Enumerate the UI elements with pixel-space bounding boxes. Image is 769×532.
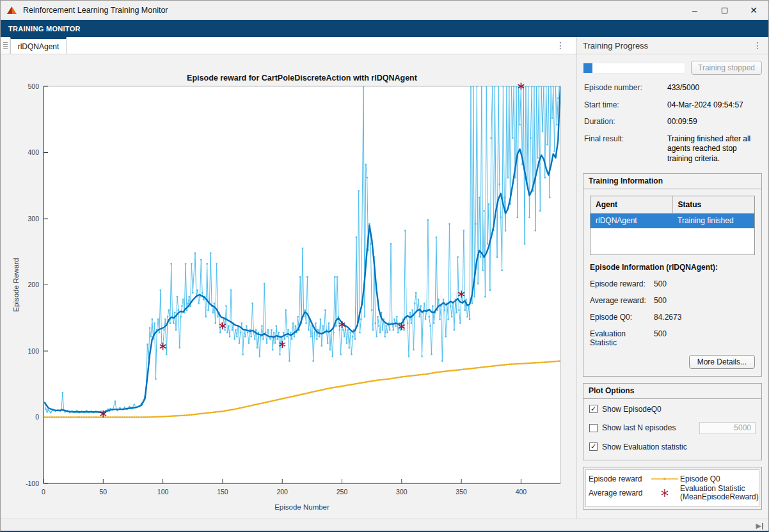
window-title: Reinforcement Learning Training Monitor [23, 6, 168, 15]
matlab-logo-icon [6, 6, 17, 15]
panel-body: Training stopped Episode number: 433/500… [576, 54, 768, 519]
x-axis-label: Episode Number [274, 503, 329, 511]
info-label: Episode number: [584, 83, 667, 93]
info-label: Start time: [584, 100, 667, 111]
statusbar-expand-control[interactable]: ▶ [756, 522, 763, 530]
grip-icon [3, 42, 8, 49]
checkbox[interactable]: ✓ [589, 405, 598, 413]
episode-q0-line-swatch [651, 476, 679, 482]
x-tick-label: 350 [456, 488, 467, 496]
content: rlDQNAgent ⋮ 050100150200250300350400-10… [1, 37, 768, 519]
option-show-episode-q0[interactable]: ✓ Show EpisodeQ0 [589, 405, 756, 414]
ribbon: TRAINING MONITOR [1, 20, 768, 37]
y-tick-label: 500 [28, 82, 39, 90]
training-progress-panel: Training Progress ⋮ Training stopped Epi… [576, 37, 768, 519]
more-details-button[interactable]: More Details... [689, 355, 755, 369]
training-summary: Episode number: 433/5000 Start time: 04-… [584, 83, 762, 164]
y-tick-label: 400 [28, 148, 39, 156]
section-title: Training Information [583, 174, 761, 189]
progress-row: Training stopped [583, 61, 762, 75]
evaluation-statistic-value: 500 [654, 329, 756, 347]
legend-episode-q0: Episode Q0 [680, 474, 759, 483]
episode-reward-value: 500 [654, 279, 756, 288]
duration-value: 00:09:59 [667, 117, 762, 127]
x-tick-label: 100 [157, 488, 169, 496]
table-row[interactable]: rlDQNAgent Training finished [591, 214, 754, 228]
chart-legend: Episode reward Episode Q0 Average reward [585, 469, 759, 508]
episode-stats: Episode reward: 500 Average reward: 500 … [590, 279, 756, 347]
x-tick-label: 400 [516, 488, 527, 496]
x-tick-label: 0 [42, 488, 45, 496]
panel-title: Training Progress [583, 41, 648, 51]
maximize-button[interactable] [710, 1, 739, 20]
progress-fill [583, 63, 592, 73]
reward-chart: 050100150200250300350400-100010020030040… [1, 54, 577, 519]
x-tick-label: 150 [217, 488, 228, 496]
skip-icon: ▶ [756, 522, 761, 530]
start-time-value: 04-Mar-2024 09:54:57 [667, 100, 762, 111]
agent-cell: rlDQNAgent [591, 214, 672, 228]
training-plot-figure: 050100150200250300350400-100010020030040… [1, 54, 576, 519]
option-label: Show Evaluation statistic [602, 442, 687, 451]
agent-status-table: Agent Status rlDQNAgent Training finishe… [590, 196, 755, 255]
document-area: rlDQNAgent ⋮ 050100150200250300350400-10… [1, 37, 576, 519]
episode-q0-value: 84.2673 [654, 313, 756, 322]
x-tick-label: 250 [337, 488, 348, 496]
y-tick-label: 300 [28, 215, 39, 223]
status-cell: Training finished [672, 214, 754, 228]
chart-title: Episode reward for CartPoleDiscreteActio… [187, 74, 418, 82]
y-tick-label: 200 [28, 281, 39, 288]
episode-number-value: 433/5000 [667, 83, 762, 93]
table-header-row: Agent Status [591, 196, 754, 214]
y-tick-label: -100 [26, 480, 39, 487]
y-axis-label: Episode Reward [12, 258, 20, 311]
maximize-icon [722, 8, 727, 13]
x-tick-label: 200 [276, 488, 288, 496]
ribbon-tab-training-monitor[interactable]: TRAINING MONITOR [8, 25, 81, 33]
evaluation-asterisk-swatch [651, 489, 679, 497]
tab-rldqnagent[interactable]: rlDQNAgent [10, 37, 67, 54]
stat-label: Evaluation Statistic [590, 329, 654, 347]
training-information-section: Training Information Agent Status rlDQNA… [583, 173, 762, 377]
legend-evaluation-statistic: Evaluation Statistic (MeanEpisodeReward) [680, 485, 759, 503]
minimize-button[interactable]: – [680, 1, 710, 20]
episode-information-title: Episode Information (rlDQNAgent): [590, 263, 756, 272]
average-reward-value: 500 [654, 296, 756, 305]
stat-label: Average reward: [590, 296, 654, 305]
plot-options-section: Plot Options ✓ Show EpisodeQ0 Show last … [583, 383, 762, 460]
checkbox[interactable] [589, 424, 598, 432]
app-window: Reinforcement Learning Training Monitor … [0, 0, 769, 532]
statusbar: ▶ [1, 519, 768, 532]
option-label: Show last N episodes [602, 423, 676, 432]
stat-label: Episode Q0: [590, 313, 654, 322]
info-label: Final result: [584, 134, 667, 164]
tabstrip-grip-handle[interactable] [1, 37, 10, 54]
column-header-agent: Agent [591, 196, 673, 213]
option-show-evaluation-statistic[interactable]: ✓ Show Evaluation statistic [589, 442, 756, 451]
legend-average-reward: Average reward [589, 489, 651, 497]
training-progress-bar [583, 63, 685, 74]
tabstrip-kebab-icon[interactable]: ⋮ [556, 37, 565, 54]
checkbox[interactable]: ✓ [589, 442, 598, 451]
x-tick-label: 300 [396, 488, 408, 496]
document-tabstrip: rlDQNAgent ⋮ [1, 37, 576, 54]
titlebar: Reinforcement Learning Training Monitor … [1, 1, 768, 20]
skip-icon-bar [762, 523, 763, 529]
x-tick-label: 50 [99, 488, 107, 496]
y-tick-label: 100 [28, 347, 39, 355]
panel-header: Training Progress ⋮ [576, 37, 768, 54]
close-button[interactable]: ✕ [739, 1, 768, 20]
training-stopped-button[interactable]: Training stopped [691, 61, 762, 75]
panel-kebab-icon[interactable]: ⋮ [753, 40, 762, 51]
column-header-status: Status [673, 196, 755, 213]
option-show-last-n-episodes[interactable]: Show last N episodes [589, 422, 756, 434]
stat-label: Episode reward: [590, 279, 654, 288]
final-result-value: Training finished after all agents reach… [667, 134, 762, 164]
y-tick-label: 0 [35, 413, 39, 421]
legend-episode-reward: Episode reward [589, 474, 651, 483]
option-label: Show EpisodeQ0 [602, 405, 662, 414]
window-controls: – ✕ [680, 1, 768, 20]
legend-section: Episode reward Episode Q0 Average reward [583, 467, 762, 510]
last-n-episodes-input[interactable] [699, 422, 756, 434]
section-title: Plot Options [583, 384, 761, 399]
